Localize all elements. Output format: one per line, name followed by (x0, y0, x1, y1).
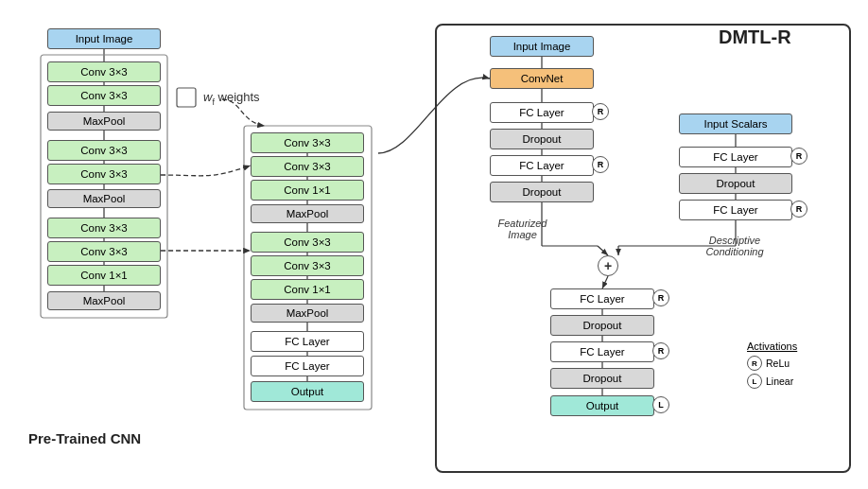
dmtl-title: DMTL-R (719, 26, 791, 48)
dmtl-fc2-badge: R (592, 156, 609, 173)
linear-row: L Linear (747, 374, 851, 389)
dmtl-fc1-badge: R (592, 103, 609, 120)
dmtl-convnet: ConvNet (490, 68, 594, 89)
cnn-maxpool2: MaxPool (47, 189, 161, 208)
dmtl-dropout2: Dropout (490, 182, 594, 202)
cnn-maxpool3: MaxPool (47, 291, 161, 310)
mid-maxpool1: MaxPool (251, 204, 364, 223)
dmtl-combined-fc2-badge: R (652, 342, 669, 359)
dmtl-input-scalars: Input Scalars (679, 114, 792, 134)
dmtl-combined-dropout2: Dropout (550, 368, 654, 389)
mid-conv3: Conv 1×1 (251, 180, 364, 201)
dmtl-combined-dropout1: Dropout (550, 315, 654, 336)
mid-output: Output (251, 381, 364, 402)
linear-badge: L (747, 374, 762, 389)
mid-conv1: Conv 3×3 (251, 132, 364, 153)
dmtl-combined-fc2: FC Layer (550, 341, 654, 362)
dmtl-output-badge: L (652, 396, 669, 413)
linear-label: Linear (766, 375, 793, 387)
dmtl-fc1: FC Layer (490, 102, 594, 123)
mid-conv4: Conv 3×3 (251, 232, 364, 253)
cnn-conv6: Conv 3×3 (47, 241, 161, 262)
dmtl-input-image: Input Image (490, 36, 594, 57)
cnn-conv5: Conv 3×3 (47, 218, 161, 238)
activations-title: Activations (747, 341, 851, 352)
dmtl-scalar-fc1-badge: R (790, 148, 807, 165)
featurized-label: FeaturizedImage (482, 218, 563, 240)
cnn-conv4: Conv 3×3 (47, 164, 161, 184)
dmtl-combined-fc1-badge: R (652, 289, 669, 306)
dmtl-combined-fc1: FC Layer (550, 288, 654, 309)
cnn-conv3: Conv 3×3 (47, 140, 161, 161)
mid-fc1: FC Layer (251, 331, 364, 352)
mid-fc2: FC Layer (251, 356, 364, 376)
mid-maxpool2: MaxPool (251, 304, 364, 323)
dmtl-output: Output (550, 395, 654, 416)
cnn-maxpool1: MaxPool (47, 112, 161, 131)
cnn-input-image: Input Image (47, 28, 161, 49)
relu-row: R ReLu (747, 356, 851, 371)
diagram: Input Image Conv 3×3 Conv 3×3 MaxPool Co… (0, 0, 868, 489)
relu-label: ReLu (766, 358, 790, 369)
relu-badge: R (747, 356, 762, 371)
cnn-conv7: Conv 1×1 (47, 265, 161, 286)
mid-conv5: Conv 3×3 (251, 255, 364, 276)
plus-circle: + (598, 255, 618, 276)
mid-conv6: Conv 1×1 (251, 279, 364, 300)
cnn-conv1: Conv 3×3 (47, 61, 161, 82)
dmtl-scalar-fc1: FC Layer (679, 147, 792, 167)
descriptive-label: DescriptiveConditioning (673, 235, 796, 257)
activations-box: Activations R ReLu L Linear (747, 341, 851, 392)
dmtl-scalar-dropout: Dropout (679, 173, 792, 194)
dmtl-dropout1: Dropout (490, 129, 594, 149)
pretrained-cnn-label: Pre-Trained CNN (28, 430, 141, 446)
cnn-conv2: Conv 3×3 (47, 85, 161, 106)
svg-rect-14 (177, 88, 196, 107)
dmtl-scalar-fc2-badge: R (790, 201, 807, 218)
dmtl-fc2: FC Layer (490, 155, 594, 176)
mid-conv2: Conv 3×3 (251, 156, 364, 177)
wf-label: wf weights (203, 90, 260, 107)
dmtl-scalar-fc2: FC Layer (679, 200, 792, 220)
